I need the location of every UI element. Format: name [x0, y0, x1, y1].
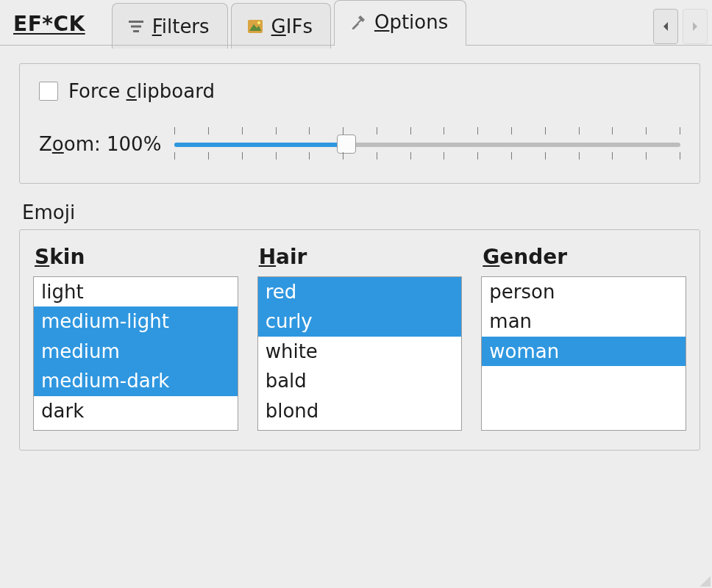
list-item[interactable]: bald — [258, 366, 462, 395]
slider-handle[interactable] — [337, 135, 356, 154]
emoji-skin-listbox[interactable]: lightmedium-lightmediummedium-darkdark — [33, 276, 238, 431]
emoji-col-gender: Genderpersonmanwoman — [481, 242, 686, 431]
force-clipboard-checkbox[interactable] — [39, 82, 58, 101]
tab-options[interactable]: Options — [334, 0, 466, 46]
tools-icon — [349, 13, 367, 31]
zoom-row: Zoom: 100% — [39, 127, 680, 161]
emoji-hair-listbox[interactable]: redcurlywhitebaldblond — [257, 276, 463, 431]
zoom-value: 100% — [107, 133, 161, 155]
tab-filters[interactable]: Filters — [112, 3, 228, 49]
filters-icon — [127, 18, 145, 35]
slider-fill — [174, 143, 346, 147]
tab-options-label: Options — [374, 11, 448, 33]
tab-nav-next[interactable] — [683, 9, 708, 44]
list-item[interactable]: light — [34, 277, 238, 306]
svg-marker-7 — [663, 22, 668, 31]
list-item[interactable]: white — [258, 337, 462, 366]
resize-grip[interactable] — [697, 573, 711, 587]
general-group: Force clipboard Zoom: 100% — [19, 63, 700, 184]
list-item[interactable]: medium-light — [34, 306, 238, 336]
list-item[interactable]: woman — [482, 337, 686, 366]
force-clipboard-label: Force clipboard — [68, 80, 215, 102]
list-item[interactable]: person — [482, 277, 686, 306]
zoom-slider[interactable] — [174, 127, 680, 161]
svg-point-5 — [257, 21, 260, 24]
tab-gifs-label: GIFs — [271, 15, 313, 37]
list-item[interactable]: medium — [34, 337, 238, 366]
tab-nav-prev[interactable] — [653, 9, 678, 44]
emoji-col-gender-header: Gender — [483, 245, 686, 269]
svg-rect-6 — [357, 18, 362, 24]
tab-bar: EF*CK Filters GIFs Options — [0, 0, 712, 46]
zoom-label: Zoom: 100% — [39, 133, 161, 155]
list-item[interactable]: curly — [258, 306, 462, 336]
list-item[interactable]: red — [258, 277, 462, 306]
svg-marker-8 — [693, 22, 697, 31]
emoji-col-hair: Hairredcurlywhitebaldblond — [257, 242, 463, 431]
emoji-gender-listbox[interactable]: personmanwoman — [481, 276, 686, 431]
tab-filters-label: Filters — [152, 15, 210, 37]
tab-gifs[interactable]: GIFs — [231, 3, 331, 49]
tab-nav — [653, 0, 712, 46]
gifs-icon — [246, 18, 264, 35]
emoji-col-skin-header: Skin — [35, 245, 238, 269]
list-item[interactable]: blond — [258, 396, 462, 426]
emoji-group: Skinlightmedium-lightmediummedium-darkda… — [19, 229, 700, 451]
emoji-col-hair-header: Hair — [259, 245, 463, 269]
app-title: EF*CK — [0, 0, 100, 46]
svg-rect-1 — [131, 25, 141, 27]
slider-ticks-bottom — [174, 152, 680, 161]
list-item[interactable]: man — [482, 306, 686, 336]
emoji-col-skin: Skinlightmedium-lightmediummedium-darkda… — [33, 242, 238, 431]
svg-rect-0 — [129, 21, 143, 23]
emoji-section-label: Emoji — [22, 201, 700, 223]
options-panel: Force clipboard Zoom: 100% Emoji Skinlig… — [0, 46, 712, 462]
force-clipboard-row[interactable]: Force clipboard — [39, 80, 680, 102]
slider-ticks-top — [174, 127, 680, 136]
list-item[interactable]: medium-dark — [34, 366, 238, 395]
list-item[interactable]: dark — [34, 396, 238, 426]
svg-rect-2 — [133, 30, 139, 32]
